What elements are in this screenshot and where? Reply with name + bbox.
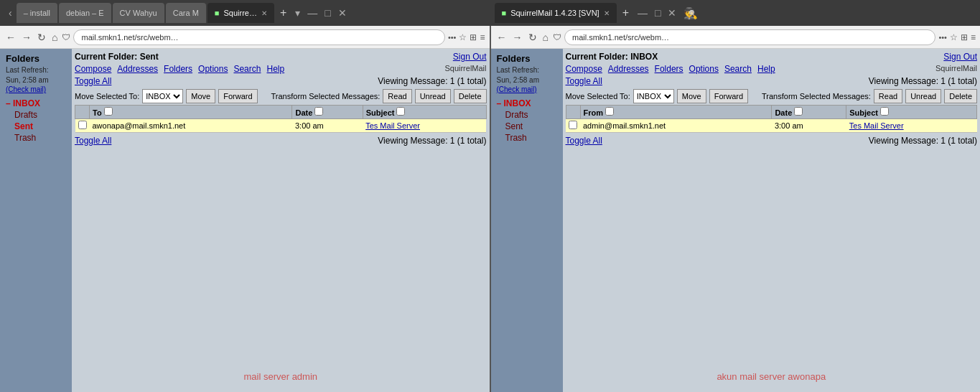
left-toggle-all-bottom[interactable]: Toggle All — [75, 136, 111, 146]
right-delete-btn[interactable]: Delete — [944, 89, 977, 103]
left-sort-to[interactable] — [104, 107, 113, 116]
new-tab-button-left[interactable]: + — [276, 5, 291, 21]
left-inbox-select[interactable]: INBOX — [142, 89, 183, 103]
right-subject-link[interactable]: Tes Mail Server — [849, 121, 904, 130]
left-transform-label: Transform Selected Messages: — [271, 92, 381, 101]
right-tab-bar: ■ SquirrelMail 1.4.23 [SVN] ✕ + — □ ✕ 🕵 — [495, 3, 975, 23]
right-current-folder: Current Folder: INBOX — [566, 52, 658, 62]
restore-right[interactable]: □ — [652, 6, 663, 20]
left-toggle-all-top[interactable]: Toggle All — [75, 76, 111, 86]
right-sign-out[interactable]: Sign Out — [943, 52, 977, 62]
right-nav-addresses[interactable]: Addresses — [608, 64, 649, 74]
left-transform-selected: Transform Selected Messages: Read Unread… — [271, 89, 487, 103]
left-nav-links: Compose Addresses Folders Options Search… — [75, 64, 487, 74]
tab-squirrelmail-right[interactable]: ■ SquirrelMail 1.4.23 [SVN] ✕ — [495, 3, 617, 23]
left-th-to[interactable]: To — [90, 106, 292, 119]
tab-debian[interactable]: debian – E — [59, 3, 111, 23]
left-nav-folders[interactable]: Folders — [164, 64, 192, 74]
left-delete-btn[interactable]: Delete — [454, 89, 487, 103]
tab-close-icon[interactable]: ✕ — [261, 9, 267, 17]
right-read-btn[interactable]: Read — [874, 89, 902, 103]
left-sort-subject[interactable] — [396, 107, 405, 116]
left-read-btn[interactable]: Read — [383, 89, 411, 103]
forward-left[interactable]: → — [20, 32, 33, 43]
left-sidebar-folders: – INBOX Drafts Sent Trash — [6, 98, 66, 144]
more-tools-right: ≡ — [971, 32, 976, 42]
left-nav-options[interactable]: Options — [198, 64, 228, 74]
left-th-subject[interactable]: Subject — [363, 106, 486, 119]
tab-cv[interactable]: CV Wahyu — [113, 3, 164, 23]
minimize-right[interactable]: — — [635, 6, 650, 20]
left-th-date[interactable]: Date — [292, 106, 363, 119]
right-folder-inbox[interactable]: – INBOX — [497, 98, 557, 109]
address-input-left[interactable] — [73, 29, 444, 45]
right-move-btn[interactable]: Move — [677, 89, 706, 103]
right-nav-folders[interactable]: Folders — [655, 64, 683, 74]
close-left[interactable]: ✕ — [335, 6, 350, 20]
left-action-bar: Move Selected To: INBOX Move Forward Tra… — [75, 89, 487, 103]
home-left[interactable]: ⌂ — [50, 32, 59, 43]
left-check-mail[interactable]: (Check mail) — [6, 85, 66, 93]
forward-right[interactable]: → — [511, 32, 524, 43]
left-th-checkbox — [75, 106, 90, 119]
right-th-date[interactable]: Date — [772, 106, 846, 119]
right-nav-options[interactable]: Options — [689, 64, 719, 74]
right-nav-compose[interactable]: Compose — [566, 64, 602, 74]
right-row-check[interactable] — [569, 121, 577, 129]
new-tab-button-right[interactable]: + — [618, 5, 633, 21]
left-folder-sent[interactable]: Sent — [6, 121, 66, 132]
left-row-check[interactable] — [78, 121, 87, 129]
reload-left[interactable]: ↻ — [36, 32, 47, 43]
reload-right[interactable]: ↻ — [527, 32, 538, 43]
left-subject-link[interactable]: Tes Mail Server — [365, 121, 420, 130]
browser-content: ← → ↻ ⌂ 🛡 ••• ☆ ⊞ ≡ Folders Last Refresh… — [0, 26, 980, 392]
restore-left[interactable]: □ — [322, 6, 333, 20]
right-check-mail[interactable]: (Check mail) — [497, 85, 557, 93]
right-th-subject[interactable]: Subject — [846, 106, 977, 119]
tab-squirre[interactable]: ■ Squirre… ✕ — [207, 3, 274, 23]
left-forward-btn[interactable]: Forward — [218, 89, 257, 103]
left-nav-search[interactable]: Search — [233, 64, 261, 74]
right-pane-content: Folders Last Refresh: Sun, 2:58 am (Chec… — [491, 49, 981, 392]
right-folder-drafts[interactable]: Drafts — [497, 109, 557, 121]
back-left[interactable]: ← — [4, 32, 17, 43]
right-th-from[interactable]: From — [580, 106, 772, 119]
right-folder-sent[interactable]: Sent — [497, 121, 557, 132]
right-sort-from[interactable] — [605, 107, 614, 116]
left-sort-date[interactable] — [314, 107, 323, 116]
left-move-btn[interactable]: Move — [186, 89, 215, 103]
back-btn-left[interactable]: ‹ — [6, 6, 15, 20]
left-row-subject[interactable]: Tes Mail Server — [363, 119, 486, 133]
right-inbox-select[interactable]: INBOX — [633, 89, 674, 103]
left-folder-inbox[interactable]: – INBOX — [6, 98, 66, 109]
right-row-checkbox — [566, 119, 580, 133]
tab-close-right-icon[interactable]: ✕ — [604, 9, 610, 17]
right-nav-help[interactable]: Help — [757, 64, 775, 74]
right-toggle-all-bottom[interactable]: Toggle All — [566, 136, 602, 146]
right-folder-trash[interactable]: Trash — [497, 132, 557, 144]
left-nav-addresses[interactable]: Addresses — [117, 64, 158, 74]
right-unread-btn[interactable]: Unread — [905, 89, 941, 103]
right-sort-date[interactable] — [794, 107, 803, 116]
address-input-right[interactable] — [564, 29, 935, 45]
left-tab-bar: ‹ – install debian – E CV Wahyu Cara M ■… — [6, 3, 486, 23]
home-right[interactable]: ⌂ — [541, 32, 550, 43]
left-folder-drafts[interactable]: Drafts — [6, 109, 66, 121]
right-mail-table: From Date Subject admin@mail.smkn1.net 3… — [566, 105, 978, 133]
close-right[interactable]: ✕ — [665, 6, 679, 20]
tab-dropdown-left[interactable]: ▾ — [292, 6, 303, 20]
right-nav-search[interactable]: Search — [724, 64, 752, 74]
left-folder-trash[interactable]: Trash — [6, 132, 66, 144]
tab-cara[interactable]: Cara M — [166, 3, 206, 23]
right-toggle-all-top[interactable]: Toggle All — [566, 76, 602, 86]
right-row-subject[interactable]: Tes Mail Server — [846, 119, 977, 133]
back-right[interactable]: ← — [495, 32, 508, 43]
right-forward-btn[interactable]: Forward — [709, 89, 748, 103]
minimize-left[interactable]: — — [304, 6, 320, 20]
left-unread-btn[interactable]: Unread — [415, 89, 451, 103]
right-sort-subject[interactable] — [880, 107, 889, 116]
left-nav-compose[interactable]: Compose — [75, 64, 111, 74]
left-nav-help[interactable]: Help — [266, 64, 284, 74]
left-sign-out[interactable]: Sign Out — [453, 52, 487, 62]
tab-install[interactable]: – install — [17, 3, 57, 23]
